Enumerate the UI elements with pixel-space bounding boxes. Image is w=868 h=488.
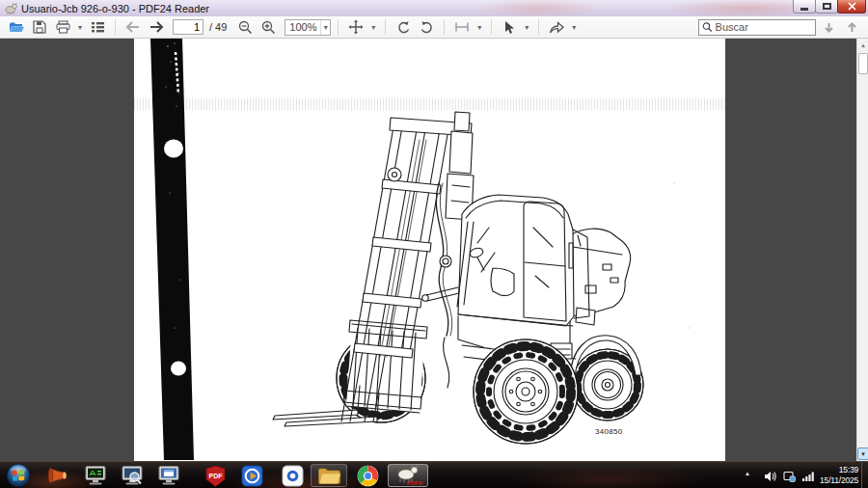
zoom-level-select[interactable]: 100% ▾ xyxy=(285,19,331,36)
arrow-left-icon xyxy=(125,21,141,33)
media-player-icon xyxy=(241,465,263,487)
tray-clock[interactable]: 15:39 15/11/2025 xyxy=(810,465,858,486)
taskbar-search-monitor-button[interactable] xyxy=(118,464,147,487)
toolbar-separator xyxy=(444,19,445,35)
zoom-in-icon xyxy=(261,20,276,35)
taskbar-volume-app-button[interactable] xyxy=(42,464,71,487)
rotate-right-button[interactable] xyxy=(416,17,437,37)
document-page[interactable]: 340850 xyxy=(134,39,725,461)
maximize-icon xyxy=(823,3,831,10)
zoom-out-button[interactable] xyxy=(234,17,256,37)
folder-icon xyxy=(317,466,341,486)
pdf24-goat-icon xyxy=(4,2,17,14)
search-box xyxy=(698,19,816,36)
share-dropdown[interactable]: ▾ xyxy=(569,23,579,32)
taskbar-media-player-button[interactable] xyxy=(237,464,266,487)
forklift-illustration xyxy=(134,39,725,460)
windows-start-icon xyxy=(6,463,31,488)
rotate-left-icon xyxy=(396,20,411,35)
previous-view-button[interactable] xyxy=(122,17,144,37)
window-title: Usuario-Jcb 926-o-930 - PDF24 Reader xyxy=(21,3,209,14)
monitor-green-icon xyxy=(84,465,107,487)
next-view-button[interactable] xyxy=(146,17,167,37)
taskbar-capture-app-button[interactable] xyxy=(278,464,307,487)
search-input[interactable] xyxy=(716,21,812,33)
vertical-scrollbar[interactable]: ▲ ▼ xyxy=(856,39,868,461)
toolbar-separator xyxy=(115,19,116,35)
rotate-left-button[interactable] xyxy=(393,17,414,37)
monitor-magnifier-icon xyxy=(121,465,144,487)
search-icon xyxy=(702,21,713,33)
arrow-up-icon xyxy=(846,21,858,34)
maximize-button[interactable] xyxy=(815,0,838,14)
close-button[interactable] xyxy=(837,0,866,14)
page-number-input[interactable] xyxy=(173,19,203,35)
monitor-window-icon xyxy=(157,465,180,487)
show-desktop-button[interactable] xyxy=(861,462,868,488)
taskbar-pdf24-button[interactable]: PDF24 xyxy=(388,464,428,487)
open-file-button[interactable] xyxy=(6,17,27,37)
front-wheel xyxy=(474,339,578,444)
desktop: Usuario-Jcb 926-o-930 - PDF24 Reader xyxy=(0,0,868,488)
zoom-in-button[interactable] xyxy=(258,17,279,37)
titlebar[interactable]: Usuario-Jcb 926-o-930 - PDF24 Reader xyxy=(0,0,868,16)
toolbar-separator xyxy=(385,19,386,35)
minimize-button[interactable] xyxy=(793,0,816,14)
tray-hidden-icons-chevron[interactable]: ▲ xyxy=(745,471,750,476)
print-dropdown[interactable]: ▾ xyxy=(75,23,85,32)
select-tool-button[interactable] xyxy=(499,17,520,37)
open-folder-icon xyxy=(9,21,25,34)
figure-number: 340850 xyxy=(595,427,623,436)
start-button[interactable] xyxy=(4,464,33,487)
share-arrow-icon xyxy=(549,21,564,34)
taskbar-remote-desktop-button[interactable] xyxy=(154,464,183,487)
zoom-out-icon xyxy=(238,20,253,35)
window-controls xyxy=(794,0,866,14)
cursor-icon xyxy=(503,20,516,35)
taskbar: PDF xyxy=(0,461,868,488)
rotate-right-icon xyxy=(420,20,434,35)
pan-dropdown[interactable]: ▾ xyxy=(368,23,378,32)
taskbar-file-explorer-button[interactable] xyxy=(311,464,347,487)
taskbar-system-monitor-button[interactable] xyxy=(81,464,110,487)
save-icon xyxy=(33,20,46,34)
find-previous-button[interactable] xyxy=(841,17,862,37)
fork-carriage xyxy=(273,287,465,426)
taskbar-chrome-button[interactable] xyxy=(353,464,382,487)
thumbnails-button[interactable] xyxy=(87,17,108,37)
page-count-label: / 49 xyxy=(209,21,227,33)
print-button[interactable] xyxy=(52,17,73,37)
pdf-app-icon: PDF xyxy=(204,465,227,487)
chevron-down-icon: ▾ xyxy=(320,20,330,35)
select-tool-dropdown[interactable]: ▾ xyxy=(522,23,531,32)
tray-date: 15/11/2025 xyxy=(810,475,858,486)
fit-width-button[interactable] xyxy=(451,17,473,37)
pdf24-label: PDF24 xyxy=(407,480,423,486)
toolbar: ▾ / 49 xyxy=(0,16,868,39)
minimize-icon xyxy=(800,8,808,11)
toolbar-separator xyxy=(538,19,539,35)
taskbar-pdf-app-button[interactable]: PDF xyxy=(201,464,230,487)
tray-volume-icon[interactable] xyxy=(764,469,776,486)
cab xyxy=(457,195,589,326)
fit-width-dropdown[interactable]: ▾ xyxy=(475,23,484,32)
thumbnails-icon xyxy=(91,21,104,33)
tray-time: 15:39 xyxy=(810,465,858,475)
scroll-up-button[interactable]: ▲ xyxy=(857,39,868,51)
scroll-down-button[interactable]: ▼ xyxy=(857,447,868,460)
scrollbar-thumb[interactable] xyxy=(858,53,868,74)
tray-notification-icon[interactable] xyxy=(783,469,796,486)
share-button[interactable] xyxy=(546,17,567,37)
save-button[interactable] xyxy=(29,17,50,37)
document-viewer: 340850 ▲ ▼ xyxy=(0,39,868,461)
binding-strip xyxy=(150,39,194,460)
chrome-icon xyxy=(357,465,379,487)
arrow-right-icon xyxy=(149,21,164,33)
find-next-button[interactable] xyxy=(818,17,839,37)
pan-tool-button[interactable] xyxy=(345,17,366,37)
horn-speaker-icon xyxy=(46,466,68,485)
pdf-label: PDF xyxy=(208,472,223,478)
close-icon xyxy=(848,2,856,11)
pan-icon xyxy=(348,19,364,35)
toolbar-separator xyxy=(491,19,492,35)
